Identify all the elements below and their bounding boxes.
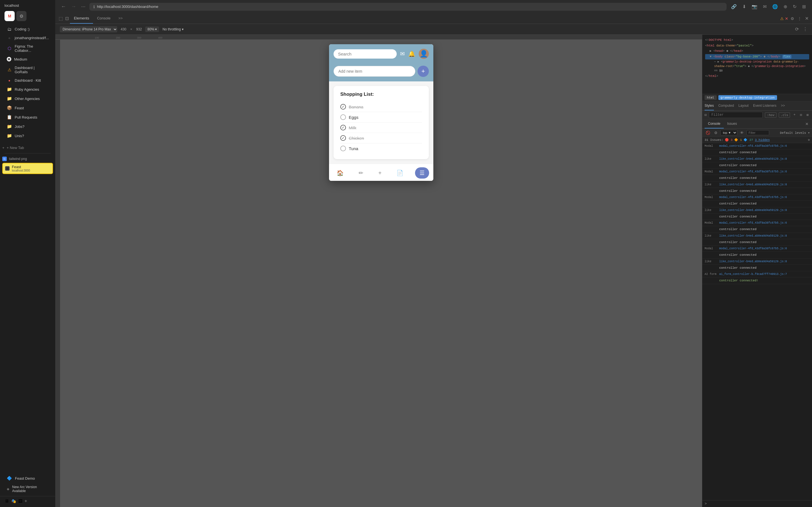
clear-console-button[interactable]: 🚫: [705, 130, 711, 135]
throttle-select[interactable]: No throttling ▾: [162, 27, 184, 31]
sidebar-item-dashboard-kitt[interactable]: ● Dashboard · Kitt: [2, 76, 53, 84]
devtools-selector-button[interactable]: ⬚: [57, 15, 64, 22]
settings-console-button[interactable]: ⚙: [713, 130, 719, 135]
log-link[interactable]: like_controller-b4ed…ab0ea9d4a59129.js:8: [719, 208, 787, 212]
list-item-banana[interactable]: ✓ Banana: [340, 102, 422, 112]
log-link[interactable]: like_controller-b4ed…ab0ea9d4a59129.js:8: [719, 234, 787, 238]
new-tab-button[interactable]: + + New Tab: [0, 144, 55, 152]
mail-icon[interactable]: ✉: [400, 50, 405, 57]
sub-tab-more[interactable]: >>: [781, 101, 785, 110]
layout-button[interactable]: ⊞: [801, 2, 808, 11]
sidebar-item-github[interactable]: ○ jonathangrinstead/f...: [2, 34, 53, 42]
log-link[interactable]: like_controller-b4ed…ab0ea9d4a59129.js:8: [719, 157, 787, 161]
cls-filter-tag[interactable]: .cls: [779, 112, 790, 118]
log-link[interactable]: like_controller-b4ed…ab0ea9d4a59129.js:8: [719, 182, 787, 187]
share-button[interactable]: 🔗: [729, 2, 739, 11]
log-link[interactable]: like_controller-b4ed…ab0ea9d4a59129.js:8: [719, 260, 787, 264]
add-item-input[interactable]: [334, 66, 415, 76]
console-btn[interactable]: Console: [705, 119, 724, 128]
devtools-tab-console[interactable]: Console: [93, 13, 114, 24]
devtools-responsive-button[interactable]: ⊡: [64, 15, 70, 22]
hidden-issues-link[interactable]: 3 hidden: [755, 138, 770, 142]
globe-button[interactable]: 🌐: [770, 2, 779, 11]
list-item-tuna[interactable]: Tuna: [340, 144, 422, 154]
sidebar-item-ruby-agencies[interactable]: 📁 Ruby Agencies: [2, 85, 53, 94]
screenshot-button[interactable]: 📷: [750, 2, 759, 11]
sidebar-item-unis[interactable]: 📁 Unis?: [2, 131, 53, 140]
log-link[interactable]: modal_controller-4fd…43df8a38fc07b5.js:6: [719, 144, 787, 148]
sync-button[interactable]: ↻: [791, 2, 798, 11]
close-console-button[interactable]: ✕: [804, 121, 810, 127]
recent-item-tailwind[interactable]: G tailwind png: [0, 155, 55, 163]
more-options-button[interactable]: ⋮: [803, 26, 808, 32]
gmail-button[interactable]: M: [4, 11, 15, 21]
recent-item-feast[interactable]: ⚙ Feast localhost:3000: [2, 163, 53, 174]
email-button[interactable]: ✉: [761, 2, 768, 11]
nav-doc-button[interactable]: 📄: [393, 168, 407, 178]
nav-edit-button[interactable]: ✏: [355, 168, 367, 178]
bell-icon[interactable]: 🔔: [408, 50, 415, 57]
add-style-button[interactable]: +: [792, 112, 797, 117]
code-line-head[interactable]: ▶ <head> ⚈ </head>: [705, 48, 809, 54]
rotate-button[interactable]: ⟳: [794, 25, 800, 33]
checkbox-banana[interactable]: ✓: [340, 104, 346, 110]
sidebar-item-feast-demo[interactable]: 🔷 Feast Demo: [2, 474, 53, 483]
sidebar-item-coding[interactable]: 🗂 Coding :): [2, 25, 53, 34]
ai-log-link[interactable]: ai_form_controller-b…f9cad7ff740913.js:7: [719, 272, 787, 276]
log-link[interactable]: modal_controller-4fd…43df8a38fc67b5.js:6: [719, 195, 787, 200]
zoom-select[interactable]: 80% ▾: [145, 26, 159, 32]
computed-toggle-button[interactable]: ⊞: [806, 112, 810, 118]
code-line-html-close[interactable]: </html>: [705, 73, 809, 79]
refresh-style-button[interactable]: ⊡: [799, 112, 803, 118]
issues-gear-button[interactable]: ⚙: [808, 138, 810, 142]
issues-btn[interactable]: Issues: [724, 119, 741, 128]
eye-button[interactable]: 👁: [739, 130, 745, 135]
devtools-settings-button[interactable]: ⚙: [790, 15, 795, 22]
sidebar-item-figma[interactable]: ⬡ Figma: The Collabor...: [2, 42, 53, 55]
extensions-button[interactable]: ⊕: [782, 2, 789, 11]
context-select[interactable]: top ▼: [720, 130, 737, 135]
device-select[interactable]: Dimensions: iPhone 14 Pro Max: [60, 26, 117, 33]
code-line-html[interactable]: <html data-theme="pastel">: [705, 43, 809, 49]
back-button[interactable]: ←: [60, 3, 67, 11]
checkbox-eggs[interactable]: [340, 114, 346, 120]
devtools-tab-elements[interactable]: Elements: [70, 13, 93, 24]
sub-tab-layout[interactable]: Layout: [739, 101, 749, 110]
list-item-eggs[interactable]: Eggs: [340, 112, 422, 122]
search-input[interactable]: [334, 49, 397, 59]
sidebar-item-other-agencies[interactable]: 📁 Other Agencies: [2, 94, 53, 103]
log-link[interactable]: modal_controller-4fd_43df8a38fc67b5.js:6: [719, 246, 787, 251]
code-line-doctype[interactable]: <!DOCTYPE html>: [705, 38, 809, 43]
list-item-chicken[interactable]: ✓ Chicken: [340, 133, 422, 144]
download-button[interactable]: ⬇: [741, 2, 748, 11]
devtools-close-button[interactable]: ✕: [804, 15, 810, 22]
sidebar-item-medium[interactable]: M Medium: [2, 55, 53, 63]
list-item-milk[interactable]: ✓ Milk: [340, 122, 422, 133]
devtools-options-button[interactable]: ⋮: [797, 15, 803, 22]
sidebar-item-jobs[interactable]: 📁 Jobs?: [2, 122, 53, 131]
sub-tab-computed[interactable]: Computed: [718, 101, 734, 110]
code-line-grammarly[interactable]: ⋯ ▶ <grammarly-desktop-integration data-…: [705, 59, 809, 73]
nav-list-button[interactable]: ☰: [415, 167, 429, 179]
nav-home-button[interactable]: 🏠: [333, 168, 347, 178]
user-avatar[interactable]: 👤: [419, 49, 429, 59]
checkbox-milk[interactable]: ✓: [340, 125, 346, 130]
forward-button[interactable]: →: [70, 3, 77, 11]
grammarly-breadcrumb[interactable]: grammarly-desktop-integration: [718, 95, 777, 100]
checkbox-chicken[interactable]: ✓: [340, 135, 346, 141]
log-link[interactable]: modal_controller-4fd_43df8a38fc67b5.js:6: [719, 170, 787, 174]
nav-add-button[interactable]: +: [375, 168, 385, 178]
code-line-body[interactable]: ▼ <body class="bg-base-200"> ⚈ </body> f…: [705, 54, 809, 60]
console-filter-input[interactable]: [747, 130, 769, 135]
address-bar[interactable]: ℹ http://localhost:3000/dashboard/home: [89, 3, 726, 11]
sub-tab-event-listeners[interactable]: Event Listeners: [753, 101, 776, 110]
default-levels-label[interactable]: Default levels ▾: [780, 131, 810, 135]
add-icon[interactable]: +: [24, 499, 27, 504]
sidebar-item-pull-requests[interactable]: 📋 Pull Requests: [2, 113, 53, 122]
checkbox-tuna[interactable]: [340, 146, 346, 151]
styles-filter-input[interactable]: [709, 112, 763, 118]
settings-button[interactable]: ⚙: [16, 11, 27, 21]
html-breadcrumb[interactable]: html: [705, 95, 717, 100]
log-link[interactable]: modal_controller-4fd_43df8a38fc67b5.js:6: [719, 221, 787, 225]
add-item-button[interactable]: +: [417, 66, 429, 77]
